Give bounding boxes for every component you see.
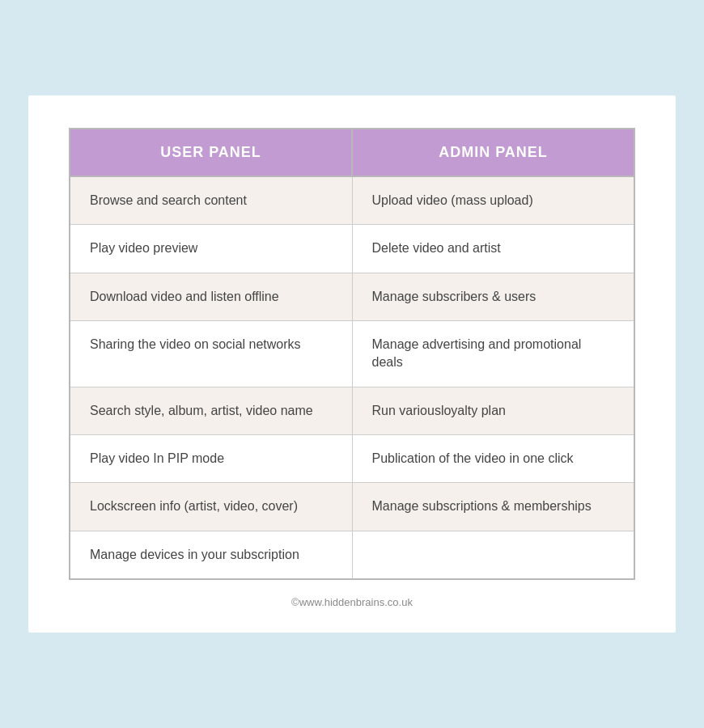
comparison-table: USER PANEL ADMIN PANEL Browse and search…: [69, 128, 635, 581]
admin-cell: [352, 531, 634, 579]
table-row: Manage devices in your subscription: [70, 531, 634, 579]
table-row: Search style, album, artist, video nameR…: [70, 387, 634, 434]
admin-cell: Manage advertising and promotional deals: [352, 320, 634, 387]
user-cell: Lockscreen info (artist, video, cover): [70, 483, 352, 531]
admin-cell: Publication of the video in one click: [352, 435, 634, 483]
user-cell: Search style, album, artist, video name: [70, 387, 352, 434]
admin-cell: Run variousloyalty plan: [352, 387, 634, 434]
table-row: Download video and listen offlineManage …: [70, 273, 634, 320]
main-container: USER PANEL ADMIN PANEL Browse and search…: [28, 95, 676, 633]
table-row: Sharing the video on social networksMana…: [70, 320, 634, 387]
table-row: Play video In PIP modePublication of the…: [70, 435, 634, 483]
user-cell: Play video preview: [70, 225, 352, 273]
admin-cell: Delete video and artist: [352, 225, 634, 273]
footer-text: ©www.hiddenbrains.co.uk: [291, 596, 413, 608]
admin-cell: Upload video (mass upload): [352, 176, 634, 225]
user-cell: Download video and listen offline: [70, 273, 352, 320]
user-cell: Browse and search content: [70, 176, 352, 225]
user-cell: Manage devices in your subscription: [70, 531, 352, 579]
admin-cell: Manage subscribers & users: [352, 273, 634, 320]
table-row: Play video previewDelete video and artis…: [70, 225, 634, 273]
user-panel-header: USER PANEL: [70, 129, 352, 176]
footer: ©www.hiddenbrains.co.uk: [69, 596, 635, 608]
table-row: Lockscreen info (artist, video, cover)Ma…: [70, 483, 634, 531]
admin-panel-header: ADMIN PANEL: [352, 129, 634, 176]
admin-cell: Manage subscriptions & memberships: [352, 483, 634, 531]
user-cell: Play video In PIP mode: [70, 435, 352, 483]
user-cell: Sharing the video on social networks: [70, 320, 352, 387]
table-row: Browse and search contentUpload video (m…: [70, 176, 634, 225]
